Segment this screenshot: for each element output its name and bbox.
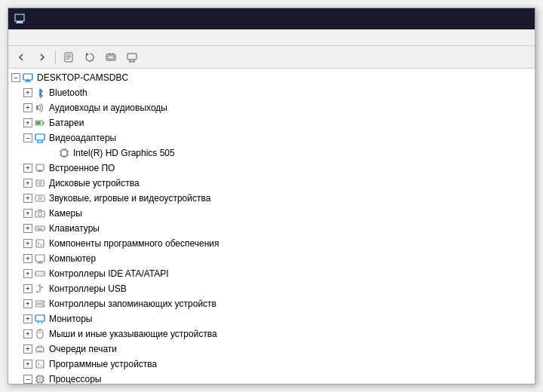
item-icon-progdev (34, 358, 46, 370)
item-label-keyboard: Клавиатуры (49, 223, 100, 234)
collapse-btn-cpu[interactable]: – (23, 375, 32, 384)
item-label-audio: Аудиовходы и аудиовыходы (49, 103, 167, 113)
tree-item-video[interactable]: – Видеоадаптеры (8, 130, 535, 145)
app-icon (14, 14, 25, 24)
menu-action[interactable] (23, 36, 35, 39)
svg-rect-23 (35, 134, 44, 140)
expand-btn-monitors[interactable]: + (23, 314, 32, 323)
item-icon-video-intel (58, 147, 70, 159)
tree-item-video-intel[interactable]: Intel(R) HD Graphics 505 (8, 145, 535, 161)
menu-help[interactable] (48, 36, 60, 39)
expand-btn-builtin[interactable]: + (23, 164, 32, 173)
tree-item-usb[interactable]: + Контроллеры USB (8, 281, 535, 296)
svg-rect-62 (38, 286, 39, 286)
back-icon (16, 52, 26, 63)
expand-btn-bluetooth[interactable]: + (23, 88, 32, 97)
svg-rect-51 (38, 229, 42, 230)
expand-btn-battery[interactable]: + (23, 118, 32, 127)
item-label-print: Очереди печати (49, 344, 117, 354)
svg-rect-43 (35, 195, 44, 201)
item-label-disk: Дисковые устройства (49, 178, 140, 188)
root-label: DESKTOP-CAMSDBC (37, 72, 128, 83)
computer-icon (23, 72, 33, 83)
item-label-cpu: Процессоры (49, 374, 102, 384)
svg-point-42 (40, 183, 41, 184)
expand-btn-mouse[interactable]: + (23, 329, 32, 338)
item-label-video-intel: Intel(R) HD Graphics 505 (73, 148, 175, 158)
svg-rect-16 (23, 74, 32, 80)
svg-rect-67 (35, 315, 44, 321)
expand-btn-camera[interactable]: + (23, 209, 32, 218)
toolbar-properties[interactable] (59, 48, 78, 66)
display-icon (127, 52, 137, 63)
tree-item-bluetooth[interactable]: + Bluetooth (8, 85, 535, 100)
expand-btn-print[interactable]: + (23, 345, 32, 354)
toolbar-back[interactable] (11, 48, 31, 66)
menu-file[interactable] (11, 36, 23, 39)
tree-item-software[interactable]: + Компоненты программного обеспечения (8, 236, 535, 251)
device-tree[interactable]: – DESKTOP-CAMSDBC + Bluetooth + Аудиовхо… (8, 69, 535, 384)
expand-root-btn[interactable]: – (11, 73, 20, 82)
item-icon-monitors (34, 313, 46, 325)
menu-bar (8, 29, 535, 46)
svg-rect-0 (15, 14, 24, 21)
expand-btn-ide[interactable]: + (23, 269, 32, 278)
tree-item-builtin[interactable]: + Встроенное ПО (8, 161, 535, 176)
tree-item-computer[interactable]: + Компьютер (8, 251, 535, 266)
item-icon-video (34, 132, 46, 144)
title-controls (471, 11, 529, 26)
close-button[interactable] (511, 11, 529, 26)
tree-item-battery[interactable]: + Батареи (8, 115, 535, 130)
device-manager-window: – DESKTOP-CAMSDBC + Bluetooth + Аудиовхо… (8, 8, 535, 384)
menu-view[interactable] (35, 36, 48, 39)
tree-item-progdev[interactable]: + Программные устройства (8, 357, 535, 372)
item-icon-computer (34, 253, 46, 265)
item-label-sound: Звуковые, игровые и видеоустройства (49, 193, 210, 204)
scan-icon (106, 52, 116, 63)
tree-item-cpu[interactable]: – Процессоры (8, 372, 535, 384)
expand-btn-usb[interactable]: + (23, 284, 32, 293)
expand-btn-progdev[interactable]: + (23, 360, 32, 369)
svg-rect-78 (38, 378, 41, 381)
toolbar (8, 46, 535, 69)
minimize-button[interactable] (471, 11, 489, 26)
tree-item-monitors[interactable]: + Мониторы (8, 311, 535, 326)
expand-btn-keyboard[interactable]: + (23, 224, 32, 233)
item-icon-software (34, 237, 46, 250)
tree-item-storage[interactable]: + Контроллеры запоминающих устройств (8, 296, 535, 311)
tree-item-print[interactable]: + Очереди печати (8, 341, 535, 357)
expand-btn-sound[interactable]: + (23, 194, 32, 203)
item-icon-ide (34, 268, 46, 280)
tree-item-audio[interactable]: + Аудиовходы и аудиовыходы (8, 100, 535, 115)
item-label-computer: Компьютер (49, 253, 96, 264)
expand-btn-disk[interactable]: + (23, 179, 32, 188)
root-icon (22, 72, 34, 84)
toolbar-display[interactable] (122, 48, 142, 66)
item-icon-keyboard (34, 222, 46, 234)
toolbar-update[interactable] (80, 48, 100, 66)
item-icon-bluetooth (34, 87, 46, 99)
expand-btn-audio[interactable]: + (23, 103, 32, 112)
tree-item-disk[interactable]: + Дисковые устройства (8, 176, 535, 191)
tree-item-keyboard[interactable]: + Клавиатуры (8, 221, 535, 236)
toolbar-scan[interactable] (101, 48, 121, 66)
svg-point-46 (38, 213, 42, 216)
tree-item-ide[interactable]: + Контроллеры IDE ATA/ATAPI (8, 266, 535, 281)
svg-rect-73 (36, 360, 44, 368)
svg-rect-1 (17, 21, 23, 23)
tree-item-camera[interactable]: + Камеры (8, 206, 535, 221)
expand-btn-computer[interactable]: + (23, 254, 32, 263)
maximize-button[interactable] (491, 11, 509, 26)
toolbar-forward[interactable] (32, 48, 52, 66)
item-label-usb: Контроллеры USB (49, 283, 127, 294)
svg-rect-2 (16, 23, 23, 23)
item-label-bluetooth: Bluetooth (49, 87, 87, 98)
collapse-btn-video[interactable]: – (23, 133, 32, 142)
tree-item-mouse[interactable]: + Мыши и иные указывающие устройства (8, 326, 535, 341)
expand-btn-storage[interactable]: + (23, 299, 32, 308)
expand-btn-software[interactable]: + (23, 239, 32, 248)
svg-rect-50 (41, 228, 42, 229)
tree-item-sound[interactable]: + Звуковые, игровые и видеоустройства (8, 191, 535, 206)
tree-root[interactable]: – DESKTOP-CAMSDBC (8, 70, 535, 85)
item-label-video: Видеоадаптеры (49, 133, 116, 143)
